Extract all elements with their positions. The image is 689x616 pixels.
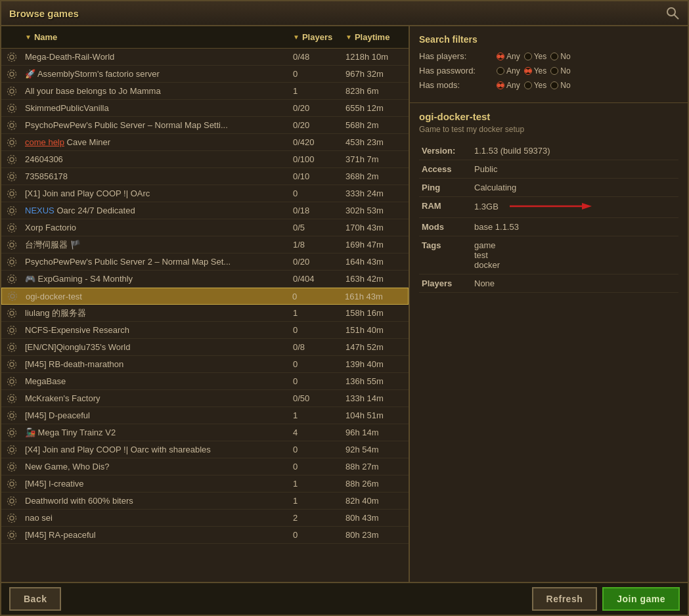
players-col-header[interactable]: ▼ Players [290, 32, 343, 42]
gear-icon[interactable] [1, 342, 22, 353]
gear-icon[interactable] [1, 308, 22, 319]
gear-icon[interactable] [2, 291, 23, 301]
game-players-cell: 1/8 [290, 240, 343, 250]
game-name-cell: New Game, Who Dis? [22, 462, 290, 472]
gear-icon[interactable] [1, 69, 22, 79]
has-password-any[interactable]: Any [497, 66, 520, 76]
game-players-cell: 0/20 [290, 103, 343, 113]
has-password-no[interactable]: No [550, 66, 570, 76]
table-row[interactable]: 🎮 ExpGaming - S4 Monthly0/404163h 42m [1, 271, 409, 288]
has-mods-any[interactable]: Any [497, 81, 520, 90]
table-row[interactable]: New Game, Who Dis?088h 27m [1, 458, 409, 475]
game-name-cell: [M45] RA-peaceful [22, 530, 290, 540]
gear-icon[interactable] [1, 445, 22, 455]
gear-icon[interactable] [1, 428, 22, 438]
gear-icon[interactable] [1, 359, 22, 370]
gear-icon[interactable] [1, 530, 22, 540]
gear-icon[interactable] [1, 137, 22, 148]
detail-ram-row: RAM 1.3GB [419, 197, 678, 218]
gear-icon[interactable] [1, 257, 22, 267]
gear-icon[interactable] [1, 240, 22, 250]
gear-icon[interactable] [1, 376, 22, 387]
table-row[interactable]: Mega-Death-Rail-World0/481218h 10m [1, 49, 409, 66]
gear-icon[interactable] [1, 154, 22, 165]
table-row[interactable]: 台灣伺服器 🏴1/8169h 47m [1, 236, 409, 253]
has-mods-label: Has mods: [419, 80, 491, 90]
table-row[interactable]: ogi-docker-test0161h 43m [1, 288, 409, 305]
has-password-label: Has password: [419, 66, 491, 76]
table-row[interactable]: MegaBase0136h 55m [1, 373, 409, 390]
game-players-cell: 0 [290, 445, 343, 454]
join-game-button[interactable]: Join game [602, 587, 680, 611]
table-row[interactable]: NCFS-Expensive Research0151h 40m [1, 322, 409, 339]
svg-point-46 [10, 431, 14, 435]
table-row[interactable]: NEXUS Oarc 24/7 Dedicated0/18302h 53m [1, 202, 409, 219]
table-row[interactable]: 246043060/100371h 7m [1, 151, 409, 168]
table-row[interactable]: [X1] Join and Play COOP !| OArc0333h 24m [1, 185, 409, 202]
table-row[interactable]: 🚀 AssemblyStorm's factorio server0967h 3… [1, 66, 409, 83]
svg-point-47 [8, 428, 16, 437]
gear-icon[interactable] [1, 462, 22, 472]
gear-icon[interactable] [1, 52, 22, 62]
game-players-cell: 1 [290, 86, 343, 96]
table-row[interactable]: [EN/CN]Qionglu735's World0/8147h 52m [1, 339, 409, 356]
has-mods-any-label: Any [506, 81, 520, 90]
gear-icon[interactable] [1, 188, 22, 199]
has-mods-radio-group: Any Yes No [497, 81, 571, 90]
table-row[interactable]: [M45] RB-death-marathon0139h 40m [1, 356, 409, 373]
table-row[interactable]: All your base belongs to Jo Mamma1823h 6… [1, 83, 409, 100]
gear-icon[interactable] [1, 496, 22, 506]
gear-icon[interactable] [1, 274, 22, 284]
gear-icon[interactable] [1, 120, 22, 131]
back-button[interactable]: Back [9, 587, 61, 611]
svg-point-29 [8, 275, 16, 283]
come-help-text: come help [25, 137, 64, 147]
name-col-header[interactable]: ▼ Name [22, 32, 290, 42]
refresh-button[interactable]: Refresh [532, 587, 598, 611]
table-row[interactable]: come help Cave Miner0/420453h 23m [1, 134, 409, 151]
gear-icon[interactable] [1, 206, 22, 216]
table-row[interactable]: nao sei280h 43m [1, 510, 409, 527]
gear-icon[interactable] [1, 479, 22, 489]
gear-icon[interactable] [1, 223, 22, 233]
has-players-no[interactable]: No [550, 52, 570, 61]
table-row[interactable]: [M45] D-peaceful1104h 51m [1, 407, 409, 424]
game-name-cell: PsychoPewPew's Public Server 2 – Normal … [22, 257, 290, 267]
table-row[interactable]: PsychoPewPew's Public Server 2 – Normal … [1, 253, 409, 271]
gear-icon[interactable] [1, 86, 22, 97]
game-list-scroll[interactable]: Mega-Death-Rail-World0/481218h 10m🚀 Asse… [1, 49, 409, 582]
has-mods-yes[interactable]: Yes [524, 81, 547, 90]
table-row[interactable]: [X4] Join and Play COOP !| Oarc with sha… [1, 441, 409, 458]
gear-icon[interactable] [1, 325, 22, 336]
game-players-cell: 0 [290, 292, 342, 301]
table-row[interactable]: Xorp Factorio0/5170h 43m [1, 219, 409, 236]
has-players-yes[interactable]: Yes [524, 52, 547, 61]
table-row[interactable]: [M45] I-creative188h 26m [1, 475, 409, 493]
gear-icon[interactable] [1, 393, 22, 404]
has-password-yes[interactable]: Yes [524, 66, 547, 76]
has-mods-no[interactable]: No [550, 81, 570, 90]
has-players-any[interactable]: Any [497, 52, 520, 61]
svg-marker-61 [582, 203, 592, 209]
gear-icon[interactable] [1, 103, 22, 114]
game-players-cell: 0/18 [290, 206, 343, 215]
table-row[interactable]: SkimmedPublicVanilla0/20655h 12m [1, 100, 409, 117]
gear-icon[interactable] [1, 410, 22, 421]
table-row[interactable]: [M45] RA-peaceful080h 23m [1, 527, 409, 544]
svg-point-32 [10, 311, 14, 315]
gear-icon[interactable] [1, 513, 22, 523]
search-icon[interactable] [665, 6, 680, 20]
table-row[interactable]: Deathworld with 600% biters182h 40m [1, 493, 409, 510]
table-row[interactable]: PsychoPewPew's Public Server – Normal Ma… [1, 117, 409, 134]
table-row[interactable]: McKraken's Factory0/50133h 14m [1, 390, 409, 407]
game-playtime-cell: 82h 40m [343, 496, 409, 506]
playtime-col-header[interactable]: ▼ Playtime [343, 32, 409, 42]
gear-icon[interactable] [1, 171, 22, 182]
table-row[interactable]: 🚂 Mega Tiny Trainz V2496h 14m [1, 424, 409, 441]
table-row[interactable]: liulang 的服务器1158h 16m [1, 305, 409, 322]
table-row[interactable]: 7358561780/10368h 2m [1, 168, 409, 185]
main-content: ▼ Name ▼ Players ▼ Playtime Mega-Death-R… [1, 26, 688, 582]
svg-point-28 [10, 277, 14, 281]
game-playtime-cell: 92h 54m [343, 445, 409, 454]
svg-point-5 [8, 70, 16, 78]
